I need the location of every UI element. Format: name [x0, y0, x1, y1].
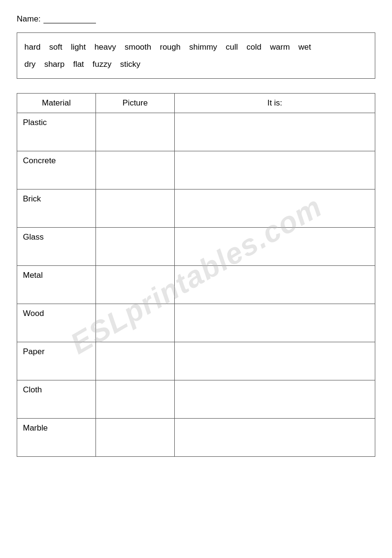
word-item: cull — [226, 39, 238, 56]
cell-material: Concrete — [17, 151, 96, 190]
word-item: cold — [246, 39, 261, 56]
cell-material: Paper — [17, 342, 96, 380]
name-input-line[interactable] — [43, 15, 96, 23]
cell-itis — [175, 113, 375, 151]
word-item: smooth — [125, 39, 151, 56]
cell-picture — [96, 113, 175, 151]
word-item: warm — [270, 39, 290, 56]
table-row: Brick — [17, 190, 375, 228]
word-item: sharp — [44, 56, 65, 73]
word-item: hard — [24, 39, 41, 56]
cell-itis — [175, 228, 375, 266]
cell-picture — [96, 342, 175, 380]
cell-picture — [96, 419, 175, 457]
cell-itis — [175, 151, 375, 190]
cell-itis — [175, 304, 375, 342]
cell-material: Brick — [17, 190, 96, 228]
table-wrapper: ESLprintables.com Material Picture It is… — [17, 93, 375, 457]
word-row-2: drysharpflatfuzzysticky — [24, 56, 368, 73]
header-material: Material — [17, 94, 96, 113]
cell-picture — [96, 304, 175, 342]
word-item: heavy — [95, 39, 116, 56]
cell-itis — [175, 380, 375, 419]
cell-material: Cloth — [17, 380, 96, 419]
table-header-row: Material Picture It is: — [17, 94, 375, 113]
cell-material: Glass — [17, 228, 96, 266]
cell-picture — [96, 228, 175, 266]
header-itis: It is: — [175, 94, 375, 113]
table-row: Plastic — [17, 113, 375, 151]
word-item: sticky — [120, 56, 141, 73]
table-row: Metal — [17, 266, 375, 304]
word-item: light — [71, 39, 85, 56]
cell-picture — [96, 151, 175, 190]
cell-itis — [175, 419, 375, 457]
cell-picture — [96, 266, 175, 304]
materials-table: Material Picture It is: PlasticConcreteB… — [17, 93, 375, 457]
word-item: wet — [298, 39, 311, 56]
word-item: dry — [24, 56, 36, 73]
cell-picture — [96, 380, 175, 419]
cell-material: Metal — [17, 266, 96, 304]
table-row: Cloth — [17, 380, 375, 419]
cell-itis — [175, 266, 375, 304]
table-row: Marble — [17, 419, 375, 457]
name-label: Name: — [17, 14, 41, 24]
word-item: soft — [49, 39, 62, 56]
cell-itis — [175, 342, 375, 380]
table-row: Concrete — [17, 151, 375, 190]
header-picture: Picture — [96, 94, 175, 113]
table-row: Glass — [17, 228, 375, 266]
word-item: fuzzy — [93, 56, 112, 73]
word-row-1: hardsoftlightheavysmoothroughshimmycullc… — [24, 39, 368, 56]
word-item: rough — [160, 39, 180, 56]
cell-material: Plastic — [17, 113, 96, 151]
name-row: Name: — [17, 14, 375, 24]
word-item: flat — [73, 56, 84, 73]
cell-itis — [175, 190, 375, 228]
word-item: shimmy — [189, 39, 217, 56]
table-row: Wood — [17, 304, 375, 342]
table-row: Paper — [17, 342, 375, 380]
cell-picture — [96, 190, 175, 228]
word-box: hardsoftlightheavysmoothroughshimmycullc… — [17, 32, 375, 79]
cell-material: Wood — [17, 304, 96, 342]
cell-material: Marble — [17, 419, 96, 457]
